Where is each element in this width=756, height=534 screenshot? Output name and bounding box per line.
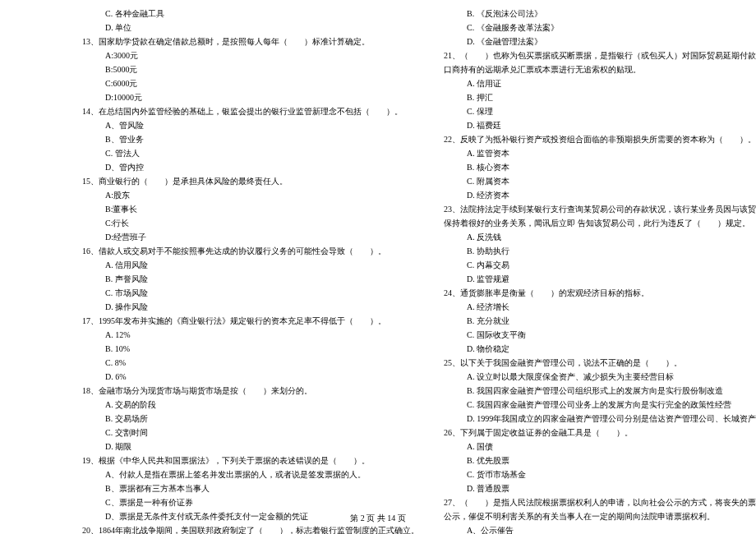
option: B. 核心资本: [444, 160, 756, 174]
option: A、付款人是指在票据上签名并发出票据的人，或者说是签发票据的人。: [82, 467, 419, 481]
question-16: 16、借款人或交易对手不能按照事先达成的协议履行义务的可能性会导致（ ）。: [82, 244, 419, 258]
option: B:5000元: [82, 62, 419, 76]
option: D. 监管规避: [444, 272, 756, 286]
question-25: 25、以下关于我国金融资产管理公司，说法不正确的是（ ）。: [444, 356, 756, 370]
question-23-line1: 23、法院持法定手续到某银行支行查询某贸易公司的存款状况，该行某业务员因与该贸易…: [444, 202, 756, 216]
option: D. 单位: [82, 21, 419, 35]
option: C:行长: [82, 216, 419, 230]
question-17: 17、1995年发布并实施的《商业银行法》规定银行的资本充足率不得低于（ ）。: [82, 314, 419, 328]
option: B、票据都有三方基本当事人: [82, 481, 419, 495]
question-13: 13、国家助学贷款在确定借款总额时，是按照每人每年（ ）标准计算确定。: [82, 35, 419, 48]
option: C. 市场风险: [82, 286, 419, 300]
option: C. 各种金融工具: [82, 7, 419, 21]
option: D. 期限: [82, 440, 419, 453]
question-24: 24、通货膨胀率是衡量（ ）的宏观经济目标的指标。: [444, 286, 756, 300]
option: A:股东: [82, 188, 419, 202]
option: C. 国际收支平衡: [444, 328, 756, 342]
option: B. 协助执行: [444, 244, 756, 258]
question-19: 19、根据《中华人民共和国票据法》，下列关于票据的表述错误的是（ ）。: [82, 453, 419, 467]
option: D. 《金融管理法案》: [444, 35, 756, 48]
option: C:6000元: [82, 76, 419, 90]
option: B. 声誉风险: [82, 272, 419, 286]
option: A、公示催告: [444, 523, 756, 534]
question-26: 26、下列属于固定收益证券的金融工具是（ ）。: [444, 426, 756, 440]
option: C. 附属资本: [444, 174, 756, 188]
option: C. 交割时间: [82, 426, 419, 440]
option: B. 交易场所: [82, 412, 419, 426]
option: D. 6%: [82, 370, 419, 384]
option: A. 监管资本: [444, 146, 756, 160]
option: A:3000元: [82, 48, 419, 62]
question-22: 22、反映了为抵补银行资产或投资组合面临的非预期损失所需要的资本称为（ ）。: [444, 132, 756, 146]
option: A. 信用风险: [82, 258, 419, 272]
option: C. 8%: [82, 356, 419, 370]
option: A. 反洗钱: [444, 230, 756, 244]
question-15: 15、商业银行的（ ）是承担具体风险的最终责任人。: [82, 174, 419, 188]
option: D、管内控: [82, 160, 419, 174]
option: D:10000元: [82, 90, 419, 104]
option: C. 货币市场基金: [444, 467, 756, 481]
option: B. 优先股票: [444, 453, 756, 467]
option: D. 1999年我国成立的四家金融资产管理公司分别是信达资产管理公司、长城资产管…: [444, 412, 756, 426]
page-footer: 第 2 页 共 14 页: [0, 513, 756, 524]
left-column: C. 各种金融工具 D. 单位 13、国家助学贷款在确定借款总额时，是按照每人每…: [0, 7, 427, 534]
option: A. 设立时以最大限度保全资产、减少损失为主要经营目标: [444, 370, 756, 384]
question-20: 20、1864年南北战争期间，美国联邦政府制定了（ ），标志着银行监管制度的正式…: [82, 523, 419, 534]
question-21-line2: 口商持有的远期承兑汇票或本票进行无追索权的贴现。: [444, 62, 756, 76]
option: A. 国债: [444, 440, 756, 453]
option: B. 10%: [82, 342, 419, 356]
option: C、票据是一种有价证券: [82, 495, 419, 509]
option: D:经营班子: [82, 230, 419, 244]
option: C. 《金融服务改革法案》: [444, 21, 756, 35]
option: D. 福费廷: [444, 118, 756, 132]
question-21-line1: 21、（ ）也称为包买票据或买断票据，是指银行（或包买人）对国际贸易延期付款方式…: [444, 48, 756, 62]
page-body: C. 各种金融工具 D. 单位 13、国家助学贷款在确定借款总额时，是按照每人每…: [0, 0, 756, 534]
option: B. 我国四家金融资产管理公司组织形式上的发展方向是实行股份制改造: [444, 384, 756, 398]
question-23-line2: 保持着很好的业务关系，闻讯后立即 告知该贸易公司，此行为违反了（ ）规定。: [444, 216, 756, 230]
option: B、管业务: [82, 132, 419, 146]
option: D. 经济资本: [444, 188, 756, 202]
option: C. 内幕交易: [444, 258, 756, 272]
question-14: 14、在总结国内外监管经验的基础上，银监会提出的银行业监管新理念不包括（ ）。: [82, 104, 419, 118]
question-27-line1: 27、（ ）是指人民法院根据票据权利人的申请，以向社会公示的方式，将丧失的票据加…: [444, 495, 756, 509]
option: B. 充分就业: [444, 314, 756, 328]
option: C. 我国四家金融资产管理公司业务上的发展方向是实行完全的政策性经营: [444, 398, 756, 412]
option: A. 交易的阶段: [82, 398, 419, 412]
option: A. 12%: [82, 328, 419, 342]
option: B. 《反泡沫公司法》: [444, 7, 756, 21]
option: C. 管法人: [82, 146, 419, 160]
option: B:董事长: [82, 202, 419, 216]
option: D. 普通股票: [444, 481, 756, 495]
question-18: 18、金融市场分为现货市场与期货市场是按（ ）来划分的。: [82, 384, 419, 398]
option: A、管风险: [82, 118, 419, 132]
option: A. 经济增长: [444, 300, 756, 314]
option: C. 保理: [444, 104, 756, 118]
option: B. 押汇: [444, 90, 756, 104]
option: D. 操作风险: [82, 300, 419, 314]
option: D. 物价稳定: [444, 342, 756, 356]
right-column: B. 《反泡沫公司法》 C. 《金融服务改革法案》 D. 《金融管理法案》 21…: [427, 7, 756, 534]
option: A. 信用证: [444, 76, 756, 90]
